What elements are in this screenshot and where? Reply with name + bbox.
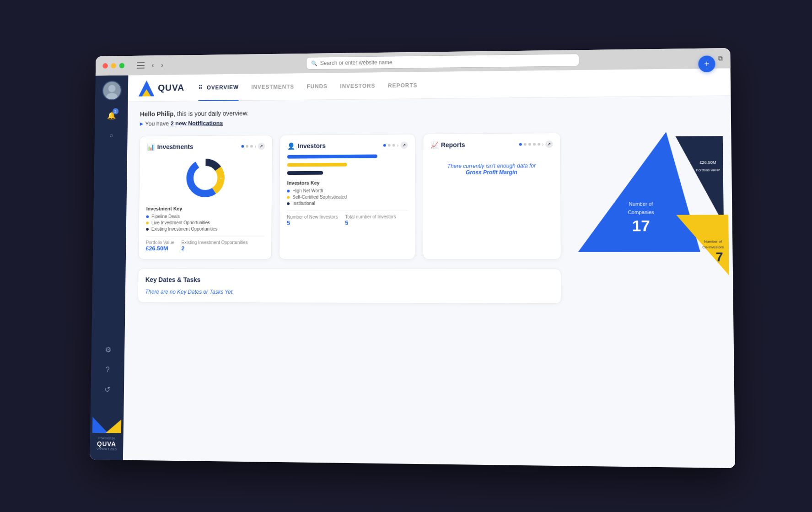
legend-item: Pipeline Deals [146,214,264,219]
key-dates-panel: Key Dates & Tasks There are no Key Dates… [137,268,561,304]
tab-investments[interactable]: INVESTMENTS [251,81,294,92]
donut-chart [183,155,228,200]
sidebar-icon-refresh[interactable]: ↺ [99,381,115,398]
sidebar-decoration [92,403,121,432]
reports-title: Reports [441,141,465,148]
card-pagination-reports: › ↗ [519,140,553,148]
card-footer-investors: Number of New Investors 5 Total number o… [287,210,408,226]
investments-legend: Investment Key Pipeline Deals Live Inves… [146,205,264,232]
card-expand[interactable]: ↗ [400,141,408,149]
card-expand[interactable]: ↗ [258,142,265,150]
svg-point-0 [108,85,115,92]
key-dates-title: Key Dates & Tasks [145,276,553,284]
search-icon: 🔍 [311,60,317,66]
svg-marker-3 [105,419,121,432]
browser-controls [102,63,124,68]
pagination-next[interactable]: › [397,142,398,147]
portfolio-stat: Portfolio Value £26.50M [145,240,174,252]
investors-legend: Investors Key High Net Worth Self-Certif… [287,179,408,206]
address-input[interactable]: Search or enter website name [320,57,574,66]
card-header-investors: 👤 Investors › ↗ [287,141,408,150]
pagination-next[interactable]: › [542,141,543,146]
legend-dot [287,202,290,205]
minimize-button[interactable] [111,63,116,68]
legend-label: Institutional [292,201,315,206]
tab-funds[interactable]: FUNDS [307,81,328,91]
page-dot [528,143,531,146]
legend-title: Investors Key [287,179,407,185]
svg-text:17: 17 [632,217,650,234]
gross-profit-label: Gross Profit Margin [465,169,517,176]
legend-item: Live Investment Opportunities [146,220,264,225]
svg-text:Co-Investors: Co-Investors [702,245,724,249]
avatar-image [102,81,120,99]
legend-title: Investment Key [146,205,264,211]
total-investors-value: 5 [345,219,396,226]
page-dot [392,144,395,146]
logo-area: QUVA [138,80,184,96]
address-bar[interactable]: 🔍 Search or enter website name [306,54,579,70]
arrow-icon: ▶ [140,121,143,126]
investments-icon: 📊 [147,143,155,151]
tab-overview[interactable]: ⠿ OVERVIEW [198,82,238,92]
svg-point-1 [106,92,117,99]
add-button[interactable]: + [698,68,715,72]
sidebar-icon-search[interactable]: ⌕ [103,127,119,143]
sidebar-toggle[interactable] [136,62,144,69]
notifications-link[interactable]: 2 new Notifications [170,119,223,127]
legend-item: High Net Worth [287,188,407,193]
sidebar-icon-help[interactable]: ? [99,361,115,377]
notification-badge: 2 [112,108,118,114]
card-expand[interactable]: ↗ [545,140,553,148]
settings-icon: ⚙ [105,345,111,354]
overview-icon: ⠿ [199,84,203,91]
card-footer-investments: Portfolio Value £26.50M Existing Investm… [145,236,264,252]
new-investors-stat: Number of New Investors 5 [287,214,338,226]
existing-stat: Existing Investment Opportunities 2 [181,240,247,252]
investors-title: Investors [297,142,325,149]
legend-item: Institutional [287,200,407,206]
sidebar: 🔔 2 ⌕ ⚙ ? ↺ [90,75,128,460]
investments-card: 📊 Investments › ↗ [138,135,272,259]
page-dot [383,144,386,146]
close-button[interactable] [102,63,108,69]
sidebar-icon-settings[interactable]: ⚙ [100,341,116,358]
search-icon: ⌕ [109,131,113,138]
investments-title: Investments [157,143,193,150]
maximize-button[interactable] [119,63,124,68]
tab-investors[interactable]: INVESTORS [340,81,375,91]
svg-marker-2 [92,416,108,432]
pagination-next[interactable]: › [254,144,256,149]
avatar[interactable] [102,81,121,100]
existing-value: 2 [181,245,247,252]
back-button[interactable]: ‹ [150,60,156,70]
help-icon: ? [105,365,109,373]
legend-dot-blue [146,215,149,218]
bar-high-net-worth [287,154,377,158]
forward-button[interactable]: › [159,60,165,70]
legend-dot-dark [146,227,149,230]
investor-bars [287,154,407,175]
greeting: Hello Philip, this is your daily overvie… [140,105,717,117]
nav-buttons: ‹ › [150,60,165,70]
tabs-button[interactable]: ⧉ [718,54,723,62]
card-pagination-investments: › ↗ [241,142,265,150]
page-dot [537,143,540,146]
page-content: Hello Philip, this is your daily overvie… [123,96,735,468]
left-content: 📊 Investments › ↗ [137,132,569,303]
reports-empty: There currently isn't enough data for Gr… [430,153,553,185]
page-dot [241,145,244,147]
logo-text: QUVA [158,82,184,93]
nav-tabs: ⠿ OVERVIEW INVESTMENTS FUNDS INVESTORS R… [198,76,719,92]
svg-text:£26.50M: £26.50M [699,160,716,164]
tab-reports[interactable]: REPORTS [388,80,417,90]
legend-dot [287,189,290,192]
right-panel: Number of Companies 17 £26.50M Portfolio… [568,131,720,304]
legend-item: Self-Certified Sophisticated [287,194,407,199]
investors-icon: 👤 [287,142,295,150]
card-header-investments: 📊 Investments › ↗ [147,142,265,150]
new-investors-value: 5 [287,219,338,226]
page-dot [246,145,248,147]
sidebar-icon-bell[interactable]: 🔔 2 [103,107,119,123]
sidebar-bottom: ⚙ ? ↺ Powered by Q [92,341,122,454]
